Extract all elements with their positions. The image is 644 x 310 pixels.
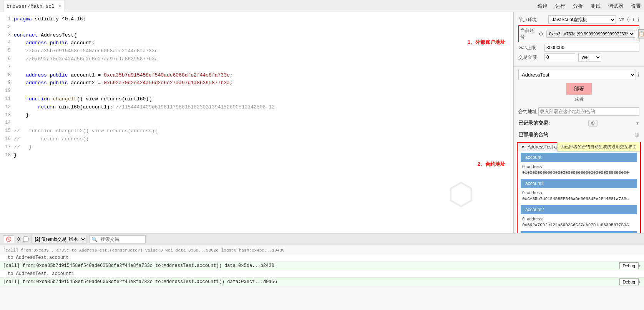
chevron-right-2: ▶ (639, 280, 641, 284)
nav-menu: 编译 运行 分析 测试 调试器 设置 (538, 3, 641, 10)
watermark: ⬡ (448, 176, 475, 214)
collapse-icon[interactable]: ▼ (521, 144, 525, 150)
top-nav: browser/Math.sol × 编译 运行 分析 测试 调试器 设置 (0, 0, 644, 12)
bottom-panel: 🚫 0 [2] 仅remix交易, 脚本 🔍 [call] from:0xca3… (0, 233, 644, 310)
console-row-5: [call] from:0xca35b7d915458ef540ade6068d… (3, 278, 641, 285)
annotation-contract: 2、合约地址 (478, 160, 505, 168)
log-info-4: to AddressTest. account1 (8, 271, 74, 277)
account-select[interactable]: 0xca3...a733c (99.999999999999997263⁵ (546, 30, 635, 38)
contract-addr-input[interactable] (538, 107, 639, 116)
or-text: 或者 (574, 96, 584, 103)
console-log-3: [call] from:0xca35b7d915458ef540ade6068d… (0, 262, 644, 270)
code-line-1: 1 pragma solidity ^0.4.16; (0, 15, 513, 23)
code-line-5: 5 //0xca35b7d915458ef540ade6068dfe2f44e8… (0, 47, 513, 55)
recorded-badge: ① (588, 120, 598, 127)
account1-result-value: 0xCA35b7d915458EF540aDe6068dFe2F44E8fa73… (518, 197, 640, 203)
console-log-5: [call] from:0xca35b7d915458ef540ade6068d… (0, 278, 644, 287)
code-line-blank-14: 14 (0, 119, 513, 127)
code-line-blank-7: 7 (0, 63, 513, 72)
code-line-blank-2: 2 (0, 23, 513, 32)
code-line-13: 13 } (0, 112, 513, 120)
tab-close-icon[interactable]: × (58, 3, 61, 9)
filter-count: 0 (17, 237, 20, 242)
nav-debugger[interactable]: 调试器 (608, 3, 623, 10)
search-icon: 🔍 (90, 236, 99, 243)
deployed-header: 已部署的合约 🗑 (514, 129, 644, 140)
debug-btn-2[interactable]: Debug (619, 278, 639, 285)
code-line-4: 4 address public account; (0, 39, 513, 47)
chevron-right-1: ▶ (639, 263, 641, 268)
nav-settings[interactable]: 设置 (631, 3, 641, 10)
code-line-12: 12 return uint160(account1); //115444140… (0, 103, 513, 112)
nav-run[interactable]: 运行 (555, 3, 565, 10)
contract-instance: 为已部署的合约自动生成的通用交互界面 ▼ AddressTest at 0x69… (517, 142, 641, 233)
nav-analyze[interactable]: 分析 (573, 3, 583, 10)
code-line-blank-10: 10 (0, 87, 513, 95)
console-log-2: to AddressTest.account (0, 254, 644, 262)
console-log-4: to AddressTest. account1 (0, 270, 644, 278)
console-log-1: [call] from:0xca35...a733c to:AddressTes… (0, 247, 644, 254)
bottom-toolbar: 🚫 0 [2] 仅remix交易, 脚本 🔍 (0, 233, 644, 245)
search-wrap: 🔍 (90, 235, 146, 243)
node-env-select[interactable]: JavaScript虚拟机 (548, 15, 616, 24)
account1-button[interactable]: account1 (521, 179, 637, 188)
code-line-17: 17 // } (0, 143, 513, 152)
nav-test[interactable]: 测试 (591, 3, 601, 10)
filter-checkbox[interactable] (23, 237, 28, 242)
contract-addr-row: 合约地址 (518, 107, 639, 116)
tooltip: 为已部署的合约自动生成的通用交互界面 (557, 142, 640, 152)
code-editor[interactable]: 1、外部账户地址 2、合约地址 1 pragma solidity ^0.4.1… (0, 12, 513, 162)
code-line-6: 6 //0x692a70d2e424a56d2c6c27aa97d1a86395… (0, 55, 513, 63)
file-tab[interactable]: browser/Math.sol × (3, 0, 65, 12)
code-line-11: 11 function changeIt() view returns(uint… (0, 95, 513, 103)
editor-panel[interactable]: 1、外部账户地址 2、合约地址 1 pragma solidity ^0.4.1… (0, 12, 513, 233)
tx-filter-select[interactable]: [2] 仅remix交易, 脚本 (32, 235, 86, 243)
code-line-18: 18 } (0, 152, 513, 160)
code-line-8: 8 address public account1 = 0xca35b7d915… (0, 72, 513, 80)
account2-button[interactable]: account2 (521, 205, 637, 214)
main-area: 1、外部账户地址 2、合约地址 1 pragma solidity ^0.4.1… (0, 12, 644, 233)
log-meta-1: [call] from:0xca35...a733c to:AddressTes… (3, 248, 285, 253)
account-button[interactable]: account (521, 153, 637, 162)
gas-limit-input[interactable]: 3000000 (544, 44, 639, 52)
tx-unit-select[interactable]: wei gwei ether (578, 53, 601, 62)
trash-icon[interactable]: 🗑 (634, 132, 639, 138)
copy-account-btn[interactable]: 📋 (638, 29, 644, 38)
code-line-3: 3 contract AddressTest{ (0, 32, 513, 40)
gear-icon[interactable]: ⚙ (539, 31, 543, 37)
changeit-button[interactable]: changeIt (521, 231, 637, 233)
recorded-tx-label: 已记录的交易: (518, 120, 550, 127)
tx-amount-label: 交易金额 (518, 54, 541, 61)
clear-icon: 🚫 (6, 237, 12, 242)
deployed-label: 已部署的合约 (518, 131, 548, 138)
right-panel: 节点环境 JavaScript虚拟机 VM (-) ℹ 当前账号 ⚙ 0xca3… (513, 12, 644, 233)
node-env-label: 节点环境 (518, 17, 545, 23)
search-input[interactable] (99, 236, 145, 243)
contract-select-row: AddressTest ℹ (518, 70, 639, 80)
vm-badge: VM (-) (619, 17, 634, 22)
file-tab-label: browser/Math.sol (7, 3, 55, 9)
contract-addr-label: 合约地址 (518, 108, 537, 115)
log-success-3: [call] from:0xca35b7d915458ef540ade6068d… (3, 263, 619, 268)
account-label: 当前账号 ⚙ (520, 27, 543, 40)
deploy-button[interactable]: 部署 (566, 83, 592, 95)
info-icon-contract: ℹ (637, 72, 639, 78)
account-result-label: 0: address: (518, 163, 640, 170)
contract-select[interactable]: AddressTest (518, 70, 636, 80)
console-area: [call] from:0xca35...a733c to:AddressTes… (0, 245, 644, 310)
annotation-external: 1、外部账户地址 (468, 38, 505, 47)
tx-amount-input[interactable] (544, 53, 575, 61)
account1-result-label: 0: address: (518, 190, 640, 197)
code-line-9: 9 address public account2 = 0x692a70d2e4… (0, 79, 513, 87)
recorded-tx-row[interactable]: 已记录的交易: ① ▼ (514, 117, 644, 129)
chevron-down-icon: ▼ (636, 121, 639, 125)
code-line-16: 16 // return address() (0, 135, 513, 143)
account-result-value: 0x00000000000000000000000000000000000000… (518, 170, 640, 177)
debug-btn-1[interactable]: Debug (619, 262, 639, 269)
log-success-5: [call] from:0xca35b7d915458ef540ade6068d… (3, 279, 619, 285)
clear-btn[interactable]: 🚫 (3, 235, 14, 243)
code-line-15: 15 // function changeIt2() view returns(… (0, 127, 513, 135)
nav-compile[interactable]: 编译 (538, 3, 548, 10)
info-icon-env: ℹ (637, 17, 639, 23)
console-row-3: [call] from:0xca35b7d915458ef540ade6068d… (3, 262, 641, 269)
